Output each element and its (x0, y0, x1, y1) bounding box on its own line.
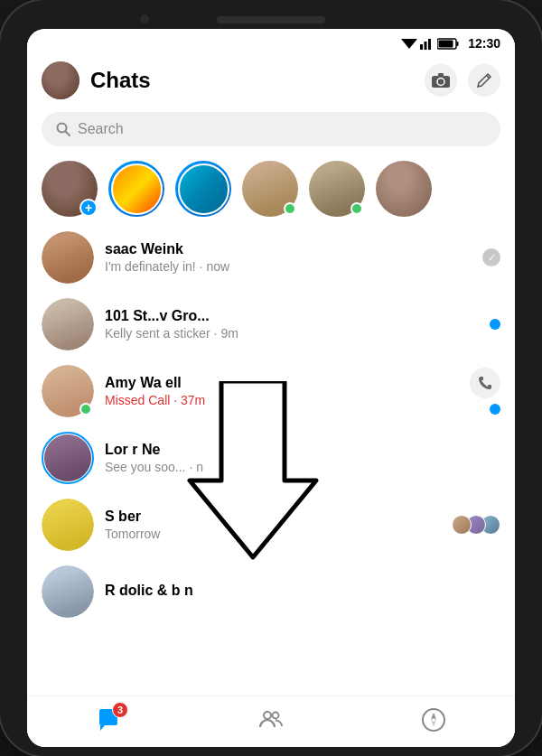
chat-name-3: Amy Wa ell (105, 375, 459, 391)
chat-avatar-wrap-4 (42, 432, 94, 484)
chat-item-6[interactable]: R dolic & b n (27, 558, 515, 625)
chat-avatar-5 (42, 499, 94, 551)
story-item-2[interactable] (175, 161, 231, 217)
chat-info-6: R dolic & b n (105, 583, 490, 601)
signal-icon (401, 37, 417, 50)
chat-avatar-wrap-2 (42, 298, 94, 350)
unread-dot-2 (490, 319, 500, 330)
chat-meta-1: ✓ (482, 248, 500, 266)
mini-avatar-1 (452, 515, 472, 535)
online-indicator-4 (350, 202, 363, 215)
chat-item-4[interactable]: Lor r Ne See you soo... · n (27, 425, 515, 491)
chat-item-3[interactable]: Amy Wa ell Missed Call · 37m (27, 358, 515, 425)
battery-icon (437, 38, 459, 50)
nav-chats[interactable]: 3 (78, 704, 139, 736)
chat-avatar-1 (42, 231, 94, 284)
camera-icon (432, 73, 450, 88)
unread-dot-3 (490, 404, 500, 415)
speaker-grill (217, 16, 325, 23)
call-icon-3[interactable] (470, 368, 500, 398)
chat-avatar-2 (42, 298, 94, 350)
search-placeholder: Search (78, 121, 124, 137)
svg-point-14 (264, 712, 271, 719)
online-dot-3 (79, 403, 92, 415)
chat-name-2: 101 St...v Gro... (105, 308, 479, 324)
svg-point-15 (273, 713, 279, 719)
chat-preview-1: I'm definately in! · now (105, 259, 472, 274)
page-title: Chats (90, 68, 425, 93)
chat-avatar-6 (42, 565, 94, 618)
svg-rect-6 (439, 40, 453, 47)
chat-info-4: Lor r Ne See you soo... · n (105, 442, 490, 474)
svg-rect-2 (425, 42, 427, 50)
chat-avatar-4 (42, 432, 94, 484)
svg-marker-17 (431, 713, 436, 720)
edit-button[interactable] (468, 64, 500, 97)
stories-row: + (27, 157, 515, 224)
chat-list: saac Weink I'm definately in! · now ✓ 10… (27, 224, 515, 695)
chat-avatar-wrap-3 (42, 365, 94, 417)
svg-rect-10 (438, 73, 444, 77)
svg-marker-0 (401, 39, 417, 49)
story-ring-1 (108, 161, 164, 217)
compass-icon (421, 707, 446, 733)
chat-item-1[interactable]: saac Weink I'm definately in! · now ✓ (27, 224, 515, 291)
svg-line-12 (66, 132, 70, 136)
chat-name-1: saac Weink (105, 241, 472, 257)
cell-signal-icon (420, 37, 435, 50)
chat-meta-2 (490, 319, 500, 330)
header-actions (425, 64, 500, 97)
add-story-button[interactable]: + (79, 199, 98, 217)
chat-name-6: R dolic & b n (105, 583, 490, 599)
chat-meta-5 (452, 515, 500, 535)
story-avatar-2 (178, 163, 229, 215)
chat-item-2[interactable]: 101 St...v Gro... Kelly sent a sticker ·… (27, 291, 515, 358)
phone-icon (478, 376, 492, 390)
status-bar: 12:30 (27, 29, 515, 54)
svg-rect-3 (428, 39, 431, 50)
chat-name-5: S ber (105, 509, 441, 525)
chat-preview-2: Kelly sent a sticker · 9m (105, 326, 479, 341)
svg-rect-1 (420, 44, 423, 50)
chat-avatar-wrap-6 (42, 565, 94, 618)
chat-avatar-wrap-1 (42, 231, 94, 284)
svg-rect-4 (433, 37, 435, 50)
read-check-1: ✓ (482, 248, 500, 266)
story-add[interactable]: + (42, 161, 98, 217)
chat-info-3: Amy Wa ell Missed Call · 37m (105, 375, 459, 407)
app-header: Chats (27, 54, 515, 108)
story-item-3[interactable] (242, 161, 298, 217)
chat-meta-3 (470, 368, 500, 415)
story-avatar-1 (111, 163, 163, 215)
pencil-icon (476, 72, 492, 89)
search-bar[interactable]: Search (42, 112, 500, 146)
search-icon (56, 122, 70, 136)
nav-people[interactable] (240, 704, 302, 736)
people-icon (258, 707, 284, 733)
online-indicator-3 (284, 202, 296, 215)
user-avatar[interactable] (42, 61, 79, 99)
story-ring-2 (175, 161, 231, 217)
phone-frame: 12:30 Chats (0, 0, 542, 756)
chat-info-1: saac Weink I'm definately in! · now (105, 241, 472, 274)
story-ring-5 (376, 161, 432, 217)
group-mini-avatars (452, 515, 500, 535)
status-icons (401, 37, 459, 50)
chat-name-4: Lor r Ne (105, 442, 490, 458)
chat-info-2: 101 St...v Gro... Kelly sent a sticker ·… (105, 308, 479, 341)
status-time: 12:30 (468, 36, 500, 51)
front-camera (140, 14, 149, 23)
chat-preview-5: Tomorrow (105, 527, 441, 541)
svg-rect-7 (457, 42, 459, 46)
bottom-nav: 3 (27, 695, 515, 747)
chat-badge: 3 (112, 702, 128, 718)
story-item-5[interactable] (376, 161, 432, 217)
story-item-1[interactable] (108, 161, 164, 217)
chat-preview-4: See you soo... · n (105, 460, 490, 474)
story-item-4[interactable] (309, 161, 365, 217)
nav-discover[interactable] (403, 704, 464, 736)
chat-item-5[interactable]: S ber Tomorrow (27, 491, 515, 558)
camera-button[interactable] (425, 64, 457, 97)
svg-point-16 (423, 709, 444, 731)
svg-marker-18 (431, 720, 436, 727)
